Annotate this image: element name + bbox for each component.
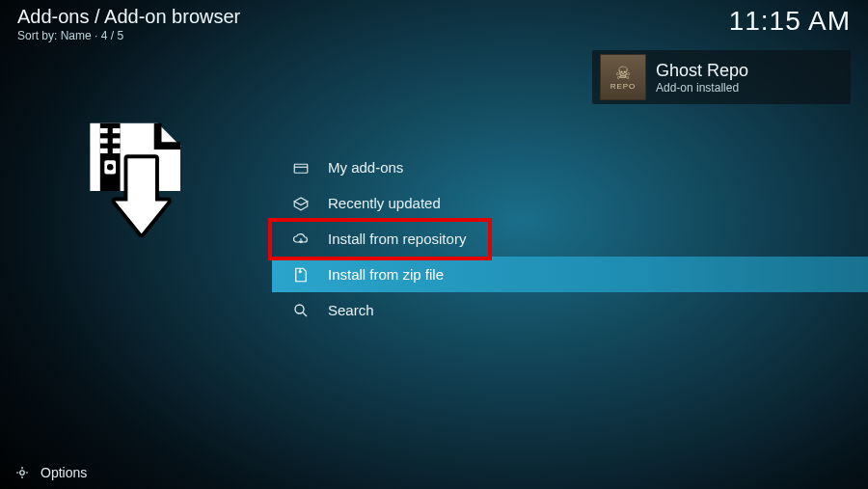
menu-item-label: Recently updated: [328, 195, 441, 211]
svg-point-8: [107, 164, 114, 171]
header: Add-ons / Add-on browser Sort by: Name ·…: [17, 6, 851, 42]
notification-title: Ghost Repo: [656, 61, 748, 81]
box-icon: [291, 158, 311, 177]
menu-item-label: My add-ons: [328, 159, 403, 176]
notification-text: Ghost Repo Add-on installed: [656, 61, 748, 95]
addon-browser-icon: [68, 116, 193, 241]
menu-item-install-from-zip[interactable]: Install from zip file: [272, 257, 868, 292]
footer-options[interactable]: Options: [14, 464, 87, 481]
menu-item-install-from-repository[interactable]: Install from repository: [272, 221, 868, 257]
menu-item-search[interactable]: Search: [272, 292, 868, 328]
notification-thumbnail: ☠ REPO: [600, 54, 646, 100]
notification-thumb-text: REPO: [610, 82, 637, 91]
skull-icon: ☠: [615, 65, 632, 82]
menu-item-my-addons[interactable]: My add-ons: [272, 149, 868, 185]
options-label: Options: [41, 465, 87, 480]
svg-rect-3: [100, 138, 108, 143]
menu-list: My add-ons Recently updated Install from…: [272, 149, 868, 328]
page-title: Add-ons / Add-on browser: [17, 6, 240, 28]
sort-label: Sort by: Name: [17, 29, 92, 42]
header-left: Add-ons / Add-on browser Sort by: Name ·…: [17, 6, 240, 42]
clock: 11:15 AM: [729, 6, 851, 37]
notification-subtitle: Add-on installed: [656, 81, 748, 95]
menu-item-label: Install from zip file: [328, 266, 444, 283]
svg-rect-5: [100, 149, 108, 153]
openbox-icon: [291, 194, 311, 213]
menu-item-label: Search: [328, 302, 374, 318]
sort-info: Sort by: Name · 4 / 5: [17, 29, 240, 42]
menu-item-label: Install from repository: [328, 231, 466, 247]
notification-toast: ☠ REPO Ghost Repo Add-on installed: [592, 50, 851, 104]
zip-icon: [291, 265, 311, 285]
svg-point-13: [20, 471, 25, 475]
svg-rect-1: [100, 128, 108, 133]
search-icon: [291, 301, 311, 320]
svg-rect-11: [294, 164, 308, 173]
menu-item-recently-updated[interactable]: Recently updated: [272, 185, 868, 221]
position-counter: 4 / 5: [101, 29, 123, 42]
svg-rect-4: [113, 138, 121, 143]
svg-rect-6: [113, 149, 121, 153]
cloud-down-icon: [291, 230, 311, 249]
options-icon: [14, 464, 31, 481]
svg-point-12: [295, 305, 304, 313]
svg-rect-2: [113, 128, 121, 133]
